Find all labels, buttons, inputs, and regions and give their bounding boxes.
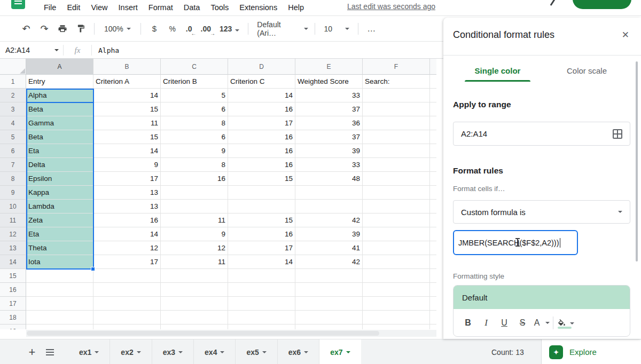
cell-D6[interactable]: 16	[228, 144, 295, 158]
cell-E11[interactable]: 42	[295, 213, 363, 227]
cell-A6[interactable]: Eta	[26, 144, 93, 158]
cell-F17[interactable]	[363, 297, 430, 311]
cell-E14[interactable]: 42	[295, 255, 363, 269]
cell-D10[interactable]	[228, 200, 295, 213]
menu-tools[interactable]: Tools	[205, 3, 234, 12]
row-header-12[interactable]: 12	[0, 227, 26, 241]
cell-D14[interactable]: 14	[228, 255, 295, 269]
cell-A15[interactable]	[26, 269, 93, 283]
sheets-logo-icon[interactable]	[11, 0, 25, 9]
cell-B9[interactable]: 13	[93, 186, 161, 200]
cell-F3[interactable]	[363, 102, 430, 116]
cell-E3[interactable]: 37	[295, 102, 363, 116]
cell-E2[interactable]: 33	[295, 89, 363, 102]
menu-format[interactable]: Format	[143, 3, 178, 12]
cell-E6[interactable]: 39	[295, 144, 363, 158]
cell-F13[interactable]	[363, 241, 430, 255]
cell-B13[interactable]: 12	[93, 241, 161, 255]
row-header-11[interactable]: 11	[0, 213, 26, 227]
formula-bar-content[interactable]: Alpha	[92, 46, 119, 54]
cell-B16[interactable]	[93, 283, 161, 297]
cell-D13[interactable]: 17	[228, 241, 295, 255]
last-edit-link[interactable]: Last edit was seconds ago	[347, 2, 435, 11]
cell-B1[interactable]: Criterion A	[93, 75, 161, 89]
row-header-14[interactable]: 14	[0, 255, 26, 269]
cell-A11[interactable]: Zeta	[26, 213, 93, 227]
cell-D4[interactable]: 17	[228, 116, 295, 130]
cell-C15[interactable]	[161, 269, 228, 283]
cell-F11[interactable]	[363, 213, 430, 227]
select-all-corner[interactable]	[0, 59, 26, 75]
sheet-tab-ex5[interactable]: ex5	[236, 339, 277, 364]
column-header-C[interactable]: C	[161, 59, 228, 75]
menu-edit[interactable]: Edit	[61, 3, 85, 12]
font-size-select[interactable]: 10	[319, 25, 354, 33]
cell-F10[interactable]	[363, 200, 430, 213]
add-sheet-button[interactable]: +	[24, 339, 41, 364]
cell-F4[interactable]	[363, 116, 430, 130]
sheet-tab-ex7[interactable]: ex7	[319, 339, 361, 364]
cell-B12[interactable]: 14	[93, 227, 161, 241]
cell-E19[interactable]	[295, 325, 363, 329]
cell-C9[interactable]	[161, 186, 228, 200]
cell-D7[interactable]: 16	[228, 158, 295, 172]
cell-B15[interactable]	[93, 269, 161, 283]
menu-extensions[interactable]: Extensions	[234, 3, 283, 12]
cell-F18[interactable]	[363, 311, 430, 325]
cell-F19[interactable]	[363, 325, 430, 329]
more-formats-button[interactable]: 123	[215, 25, 244, 33]
cell-B19[interactable]	[93, 325, 161, 329]
cell-C12[interactable]: 9	[161, 227, 228, 241]
column-header-A[interactable]: A	[26, 59, 93, 75]
cell-B6[interactable]: 14	[93, 144, 161, 158]
sheet-tab-ex3[interactable]: ex3	[152, 339, 194, 364]
row-header-10[interactable]: 10	[0, 200, 26, 213]
cell-E9[interactable]	[295, 186, 363, 200]
cell-B14[interactable]: 17	[93, 255, 161, 269]
cell-D1[interactable]: Criterion C	[228, 75, 295, 89]
menu-file[interactable]: File	[38, 3, 61, 12]
share-button[interactable]	[573, 0, 631, 9]
cell-E18[interactable]	[295, 311, 363, 325]
column-header-E[interactable]: E	[295, 59, 363, 75]
cell-D16[interactable]	[228, 283, 295, 297]
cell-A14[interactable]: Iota	[26, 255, 93, 269]
condition-dropdown[interactable]: Custom formula is	[453, 200, 630, 224]
menu-help[interactable]: Help	[283, 3, 309, 12]
sheet-tab-ex2[interactable]: ex2	[110, 339, 152, 364]
cell-D3[interactable]: 16	[228, 102, 295, 116]
cell-B7[interactable]: 9	[93, 158, 161, 172]
increase-decimals-button[interactable]: .00→	[197, 25, 215, 33]
cell-C10[interactable]	[161, 200, 228, 213]
cell-F1[interactable]: Search:	[363, 75, 430, 89]
cell-B10[interactable]: 13	[93, 200, 161, 213]
cell-E4[interactable]: 36	[295, 116, 363, 130]
fill-color-button[interactable]	[557, 318, 574, 328]
cell-C16[interactable]	[161, 283, 228, 297]
panel-scrollbar[interactable]	[636, 61, 638, 262]
cell-D9[interactable]	[228, 186, 295, 200]
cell-F7[interactable]	[363, 158, 430, 172]
menu-data[interactable]: Data	[178, 3, 206, 12]
cell-B4[interactable]: 11	[93, 116, 161, 130]
cell-E1[interactable]: Weighted Score	[295, 75, 363, 89]
cell-E13[interactable]: 41	[295, 241, 363, 255]
text-color-button[interactable]: A	[531, 314, 550, 332]
zoom-select[interactable]: 100%	[99, 25, 136, 33]
cell-D2[interactable]: 14	[228, 89, 295, 102]
name-box[interactable]: A2:A14	[0, 46, 63, 54]
row-header-17[interactable]: 17	[0, 297, 26, 311]
row-header-4[interactable]: 4	[0, 116, 26, 130]
range-input[interactable]: A2:A14	[453, 122, 630, 146]
cell-C18[interactable]	[161, 311, 228, 325]
row-header-13[interactable]: 13	[0, 241, 26, 255]
bold-button[interactable]: B	[459, 314, 477, 332]
cell-A5[interactable]: Beta	[26, 130, 93, 144]
row-header-19[interactable]: 19	[0, 325, 26, 329]
row-header-1[interactable]: 1	[0, 75, 26, 89]
close-icon[interactable]: ✕	[622, 29, 629, 41]
cell-E10[interactable]	[295, 200, 363, 213]
cell-E15[interactable]	[295, 269, 363, 283]
row-header-3[interactable]: 3	[0, 102, 26, 116]
cell-C7[interactable]: 8	[161, 158, 228, 172]
